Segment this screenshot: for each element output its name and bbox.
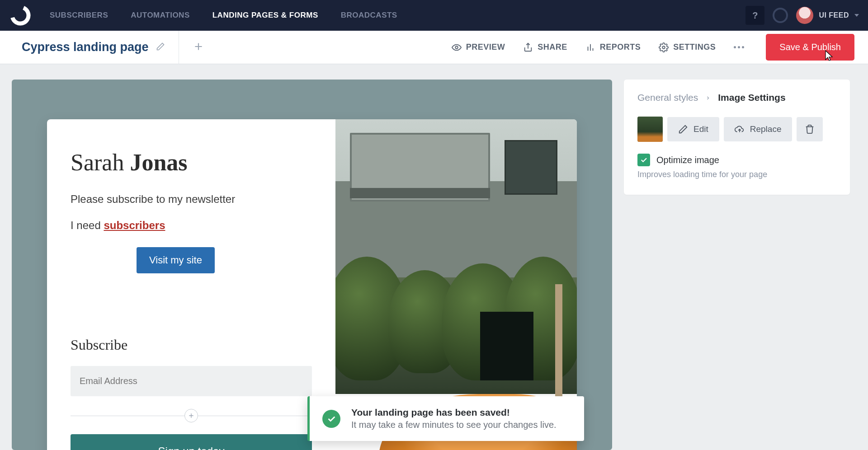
settings-button[interactable]: SETTINGS: [659, 42, 716, 52]
nav-landing-pages-forms[interactable]: LANDING PAGES & FORMS: [212, 11, 318, 20]
right-sidebar: General styles Image Settings Edit Repla…: [624, 64, 868, 450]
user-menu[interactable]: UI FEED: [796, 7, 859, 24]
landing-need-line[interactable]: I need subscribers: [71, 219, 312, 232]
signup-button[interactable]: Sign up today: [71, 434, 312, 450]
toast-text: Your landing page has been saved! It may…: [351, 407, 557, 430]
pencil-icon: [678, 124, 688, 134]
subscribe-heading[interactable]: Subscribe: [71, 337, 312, 353]
settings-label: SETTINGS: [673, 42, 716, 52]
share-label: SHARE: [538, 42, 567, 52]
email-input[interactable]: [71, 366, 312, 396]
optimize-help-text: Improves loading time for your page: [637, 170, 836, 179]
add-field-row: [71, 409, 312, 422]
top-nav: SUBSCRIBERS AUTOMATIONS LANDING PAGES & …: [0, 0, 868, 31]
breadcrumb-parent[interactable]: General styles: [637, 92, 698, 103]
add-field-button[interactable]: [184, 409, 198, 422]
check-circle-icon: [322, 410, 340, 428]
cloud-upload-icon: [735, 124, 745, 134]
optimize-label: Optimize image: [656, 155, 719, 165]
caret-down-icon: [854, 14, 859, 17]
replace-image-button[interactable]: Replace: [724, 117, 793, 141]
divider: [71, 416, 184, 416]
landing-heading[interactable]: Sarah Jonas: [71, 149, 312, 176]
page-title: Cypress landing page: [22, 40, 149, 54]
top-nav-right: ? UI FEED: [745, 6, 859, 25]
nav-subscribers[interactable]: SUBSCRIBERS: [50, 11, 108, 20]
breadcrumb: General styles Image Settings: [637, 92, 836, 103]
reports-label: REPORTS: [600, 42, 641, 52]
divider: [198, 416, 312, 416]
svg-point-0: [10, 5, 31, 26]
plus-icon: [188, 412, 195, 419]
avatar: [796, 7, 813, 24]
toast-title: Your landing page has been saved!: [351, 407, 557, 418]
image-settings-panel: General styles Image Settings Edit Repla…: [624, 80, 850, 195]
optimize-image-row[interactable]: Optimize image: [637, 154, 836, 166]
save-success-toast: Your landing page has been saved! It may…: [307, 396, 584, 441]
help-button[interactable]: ?: [745, 6, 764, 25]
toast-subtitle: It may take a few minutes to see your ch…: [351, 420, 557, 430]
user-label: UI FEED: [819, 11, 849, 19]
toolbar-actions: PREVIEW SHARE REPORTS SETTINGS Save & Pu…: [452, 34, 854, 61]
eye-icon: [452, 42, 462, 52]
landing-left-column: Sarah Jonas Please subscribe to my newsl…: [47, 119, 335, 450]
nav-automations[interactable]: AUTOMATIONS: [131, 11, 189, 20]
divider: [179, 31, 179, 64]
editor-canvas-wrap: Sarah Jonas Please subscribe to my newsl…: [0, 64, 624, 450]
preview-label: PREVIEW: [466, 42, 505, 52]
edit-label: Edit: [693, 124, 708, 134]
save-publish-button[interactable]: Save & Publish: [766, 34, 854, 61]
optimize-checkbox[interactable]: [637, 154, 650, 166]
need-keyword: subscribers: [104, 219, 165, 231]
editor-canvas[interactable]: Sarah Jonas Please subscribe to my newsl…: [12, 80, 612, 450]
edit-image-button[interactable]: Edit: [667, 117, 719, 141]
main: Sarah Jonas Please subscribe to my newsl…: [0, 64, 868, 450]
gear-icon: [659, 42, 669, 52]
image-actions-row: Edit Replace: [637, 117, 836, 142]
check-icon: [640, 156, 648, 164]
nav-items: SUBSCRIBERS AUTOMATIONS LANDING PAGES & …: [50, 11, 397, 20]
share-icon: [523, 42, 533, 52]
replace-label: Replace: [750, 124, 782, 134]
bar-chart-icon: [585, 42, 595, 52]
share-button[interactable]: SHARE: [523, 42, 567, 52]
preview-button[interactable]: PREVIEW: [452, 42, 505, 52]
page-toolbar: Cypress landing page PREVIEW SHARE REPOR…: [0, 31, 868, 64]
reports-button[interactable]: REPORTS: [585, 42, 641, 52]
trash-icon: [805, 124, 815, 134]
visit-site-button[interactable]: Visit my site: [137, 247, 215, 273]
image-thumbnail[interactable]: [637, 117, 663, 142]
svg-point-2: [663, 46, 665, 49]
svg-point-1: [455, 46, 458, 49]
nav-broadcasts[interactable]: BROADCASTS: [341, 11, 397, 20]
chevron-right-icon: [705, 92, 711, 103]
edit-title-icon[interactable]: [156, 42, 165, 53]
heading-last: Jonas: [130, 150, 187, 175]
app-logo[interactable]: [9, 4, 32, 27]
status-circle-icon[interactable]: [773, 8, 788, 23]
add-page-button[interactable]: [193, 41, 204, 54]
breadcrumb-current: Image Settings: [718, 92, 785, 103]
heading-first: Sarah: [71, 150, 130, 175]
need-prefix: I need: [71, 219, 104, 231]
landing-subtitle[interactable]: Please subscribe to my newsletter: [71, 193, 312, 206]
more-menu-button[interactable]: [734, 46, 744, 48]
delete-image-button[interactable]: [797, 117, 823, 141]
